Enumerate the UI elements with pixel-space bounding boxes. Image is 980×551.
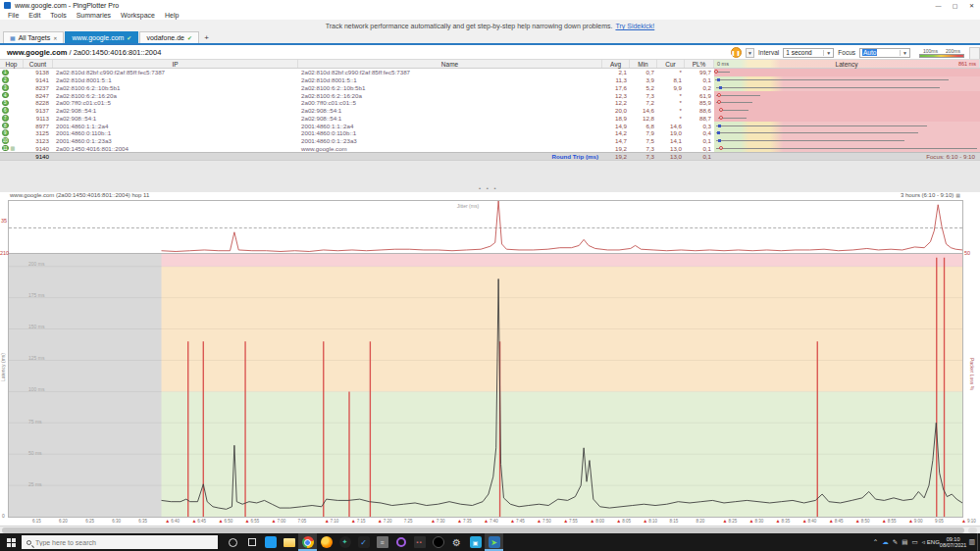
cortana-button[interactable] <box>224 533 242 551</box>
blue-window-app[interactable]: ▣ <box>466 533 485 551</box>
col-hop[interactable]: Hop <box>0 60 24 68</box>
graph-options-icon[interactable]: ▦ <box>955 192 960 198</box>
tab-all-targets[interactable]: ▦All Targets✕ <box>3 31 64 43</box>
tab-www-google-com[interactable]: www.google.com✔ <box>65 31 138 43</box>
trace-row-hop-5[interactable]: 582282a00:7ff0:c01:c01::52a00:7ff0:c01:c… <box>0 99 980 107</box>
firefox-app[interactable] <box>317 533 335 551</box>
menu-tools[interactable]: Tools <box>45 12 71 19</box>
x-tick-6-35: 6:35 <box>138 519 147 524</box>
gitkraken-app[interactable]: ✦ <box>335 533 354 551</box>
hop-number-badge: 3 <box>2 84 9 91</box>
tab-close-icon[interactable]: ✕ <box>53 35 57 41</box>
x-tick-label: 6:55 <box>250 519 259 524</box>
trace-row-hop-10[interactable]: 1031232001:4860:0:1::23a32001:4860:0:1::… <box>0 137 980 145</box>
pause-dropdown-button[interactable]: ▼ <box>746 48 754 58</box>
trace-row-hop-11[interactable]: 11▥91402a00:1450:4016:801::2004www.googl… <box>0 144 980 152</box>
taskbar-clock[interactable]: 09:10 08/07/2021 <box>940 536 967 549</box>
col-cur[interactable]: Cur <box>657 60 685 68</box>
taskbar-search[interactable] <box>22 535 218 549</box>
x-tick-7-25: 7:25 <box>404 519 413 524</box>
hop-number-badge: 2 <box>2 76 9 83</box>
pen-icon[interactable]: ✎ <box>893 538 898 546</box>
hop-avg: 17,6 <box>602 84 630 91</box>
col-ip[interactable]: IP <box>53 60 298 68</box>
latency-bar-cell <box>714 129 980 137</box>
menu-file[interactable]: File <box>3 12 24 19</box>
battery-icon[interactable]: ▤ <box>902 538 907 546</box>
col-name[interactable]: Name <box>298 60 602 68</box>
interval-select[interactable]: 1 second ▼ <box>783 48 834 58</box>
x-tick-8-40: ▲8:40 <box>802 519 817 524</box>
volume-icon[interactable]: ◃ <box>922 538 925 546</box>
task-view-button[interactable] <box>242 533 261 551</box>
close-button[interactable]: ✕ <box>963 0 980 11</box>
red-tiles-app[interactable]: ▪▪ <box>410 533 429 551</box>
vscode-app[interactable] <box>261 533 280 551</box>
add-target-tab-button[interactable]: + <box>200 31 213 43</box>
todo-check-app[interactable]: ✓ <box>354 533 373 551</box>
pingplotter-app[interactable]: ➤ <box>485 533 503 551</box>
file-explorer-app[interactable] <box>280 533 298 551</box>
trace-row-hop-6[interactable]: 691372a02:908::54:12a02:908::54:120,014,… <box>0 107 980 115</box>
col-latency[interactable]: 0 ms Latency 861 ms <box>714 60 980 68</box>
try-sidekick-link[interactable]: Try Sidekick! <box>615 23 654 29</box>
purple-ring-app[interactable] <box>391 533 410 551</box>
windows-logo-icon <box>7 538 16 547</box>
focus-select[interactable]: Auto ▼ <box>859 48 910 58</box>
alert-triangle-icon: ▲ <box>829 519 834 524</box>
chrome-app[interactable] <box>298 533 317 551</box>
trace-row-hop-4[interactable]: 482472a02:8100:6:2::16:20a2a02:8100:6:2:… <box>0 91 980 99</box>
settings-app[interactable]: ⚙ <box>447 533 466 551</box>
trace-row-hop-3[interactable]: 382372a02:8100:6:2::10b:5b12a02:8100:6:2… <box>0 83 980 91</box>
jitter-graph[interactable]: Jitter (ms) <box>8 200 963 253</box>
minimize-button[interactable]: — <box>930 0 947 11</box>
ring-icon <box>396 537 406 547</box>
graph-range-control[interactable]: 3 hours (6:10 - 9:10) ▦ <box>901 192 960 198</box>
latency-timeline-graph[interactable]: 200 ms175 ms150 ms125 ms100 ms75 ms50 ms… <box>8 253 963 518</box>
notification-center-icon[interactable]: ▥ <box>968 538 975 546</box>
language-indicator[interactable]: ENG <box>927 539 940 545</box>
latency-avg-marker <box>719 116 723 120</box>
display-icon[interactable]: ▭ <box>911 538 917 546</box>
pause-button[interactable]: ❚❚ <box>731 47 742 58</box>
search-input[interactable] <box>35 539 182 546</box>
alert-triangle-icon: ▲ <box>908 519 913 524</box>
hop-pl: 88,6 <box>685 107 714 114</box>
explorer-icon <box>284 538 295 547</box>
menu-summaries[interactable]: Summaries <box>72 12 116 19</box>
splitter-handle[interactable]: • • • <box>479 185 498 191</box>
menu-workspace[interactable]: Workspace <box>116 12 160 19</box>
trace-row-hop-7[interactable]: 791132a02:908::54:12a02:908::54:118,912,… <box>0 114 980 122</box>
x-tick-7-15: ▲7:15 <box>351 519 366 524</box>
trace-row-hop-9[interactable]: 931252001:4860:0:110b::12001:4860:0:110b… <box>0 129 980 137</box>
latency-bar-cell <box>714 137 980 145</box>
menu-edit[interactable]: Edit <box>24 12 45 19</box>
sticky-notes-app[interactable]: ≡ <box>373 533 391 551</box>
col-pl[interactable]: PL% <box>685 60 714 68</box>
trace-row-hop-1[interactable]: 191382a02:810d:82bf:c990:f2af:85ff:fec5:… <box>0 69 980 76</box>
onedrive-icon[interactable]: ☁ <box>882 538 889 546</box>
hop-cur: * <box>657 107 685 114</box>
start-button[interactable] <box>0 533 22 551</box>
col-count[interactable]: Count <box>24 60 53 68</box>
footer-count: 9140 <box>24 153 53 160</box>
x-tick-7-00: ▲7:00 <box>272 519 286 524</box>
dark-disc-app[interactable] <box>429 533 447 551</box>
hop-cur: 9,9 <box>657 84 685 91</box>
alert-triangle-icon: ▲ <box>191 519 196 524</box>
tab-label: All Targets <box>19 34 51 41</box>
maximize-button[interactable]: ▢ <box>947 0 963 11</box>
x-tick-label: 8:00 <box>595 519 604 524</box>
col-avg[interactable]: Avg <box>602 60 630 68</box>
tray-expand-icon[interactable]: ⌃ <box>873 538 878 546</box>
latency-whisker <box>716 125 927 126</box>
tab-vodafone-de[interactable]: vodafone.de✔ <box>139 31 199 43</box>
col-min[interactable]: Min <box>630 60 657 68</box>
menu-help[interactable]: Help <box>160 12 183 19</box>
hop-ip: 2a02:810d:82bf:c990:f2af:85ff:fec5:7387 <box>53 69 298 75</box>
horizontal-scrollbar[interactable] <box>0 526 980 533</box>
tab-check-icon: ✔ <box>187 34 192 41</box>
panel-splitter[interactable]: • • • <box>0 160 980 192</box>
trace-row-hop-2[interactable]: 291412a02:810d:8001:5::12a02:810d:8001:5… <box>0 76 980 84</box>
trace-row-hop-8[interactable]: 889772001:4860:1:1::2a42001:4860:1:1::2a… <box>0 122 980 129</box>
